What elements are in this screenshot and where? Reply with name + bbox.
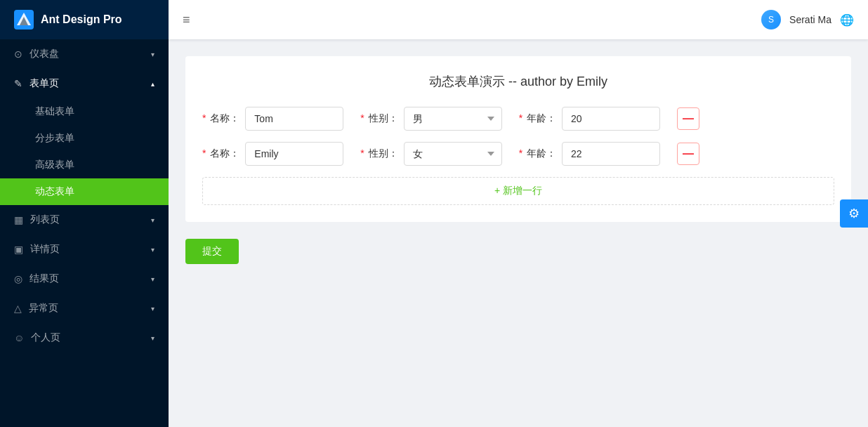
form-row-1: * 名称： * 性别： 男 女 — [202, 107, 834, 131]
sidebar-item-list[interactable]: ▦ 列表页 ▾ — [0, 205, 169, 235]
required-star-gender-1: * — [360, 112, 364, 124]
sidebar-item-dynamic-form[interactable]: 动态表单 — [0, 178, 169, 205]
name-input-2[interactable] — [245, 142, 343, 166]
gender-select-2[interactable]: 男 女 — [404, 142, 502, 166]
required-star-gender-2: * — [360, 147, 364, 159]
sidebar-label-result: 结果页 — [29, 272, 59, 285]
add-row-button[interactable]: + 新增一行 — [202, 177, 834, 205]
sidebar: Ant Design Pro ⊙ 仪表盘 ▾ ✎ 表单页 ▴ 基础表单 分步表单… — [0, 0, 169, 427]
sidebar-label-profile: 个人页 — [31, 331, 60, 344]
required-star-name-2: * — [202, 147, 206, 159]
gender-label-2: * 性别： — [360, 147, 397, 160]
form-card: 动态表单演示 -- author by Emily * 名称： * 性别： — [185, 56, 851, 222]
age-field-2: * 年龄： — [519, 142, 660, 166]
sidebar-item-advanced-form[interactable]: 高级表单 — [0, 152, 169, 178]
header: ≡ S Serati Ma 🌐 — [169, 0, 868, 39]
list-icon: ▦ — [14, 214, 23, 225]
dashboard-icon: ⊙ — [14, 48, 22, 60]
header-right: S Serati Ma 🌐 — [761, 10, 854, 29]
age-label-1: * 年龄： — [519, 112, 556, 125]
exception-icon: △ — [14, 303, 22, 314]
sidebar-item-exception[interactable]: △ 异常页 ▾ — [0, 294, 169, 323]
sidebar-label-list: 列表页 — [30, 214, 60, 226]
sidebar-item-basic-form[interactable]: 基础表单 — [0, 98, 169, 125]
chevron-up-icon: ▴ — [151, 80, 154, 88]
age-field-1: * 年龄： — [519, 107, 660, 131]
required-star-name-1: * — [202, 112, 206, 124]
main-content: ≡ S Serati Ma 🌐 动态表单演示 -- author by Emil… — [169, 0, 868, 427]
sidebar-label-exception: 异常页 — [29, 302, 58, 315]
avatar-initials: S — [768, 15, 774, 25]
settings-fab-button[interactable]: ⚙ — [840, 199, 868, 228]
chevron-down-icon-profile: ▾ — [151, 334, 154, 342]
name-field-1: * 名称： — [202, 107, 343, 131]
gender-field-2: * 性别： 男 女 — [360, 142, 501, 166]
name-label-1: * 名称： — [202, 112, 239, 125]
detail-icon: ▣ — [14, 244, 23, 255]
avatar: S — [761, 10, 781, 29]
age-label-2: * 年龄： — [519, 147, 556, 160]
chevron-down-icon-exception: ▾ — [151, 305, 154, 313]
sidebar-item-forms[interactable]: ✎ 表单页 ▴ — [0, 69, 169, 98]
header-left: ≡ — [183, 13, 190, 27]
name-field-2: * 名称： — [202, 142, 343, 166]
sidebar-label-detail: 详情页 — [30, 243, 60, 256]
forms-icon: ✎ — [14, 78, 22, 89]
name-label-2: * 名称： — [202, 147, 239, 160]
gear-icon: ⚙ — [848, 206, 860, 221]
sidebar-item-profile[interactable]: ☺ 个人页 ▾ — [0, 323, 169, 353]
profile-icon: ☺ — [14, 332, 24, 343]
chevron-down-icon-list: ▾ — [151, 216, 154, 224]
sidebar-item-dashboard[interactable]: ⊙ 仪表盘 ▾ — [0, 39, 169, 69]
delete-row-2-button[interactable]: — — [677, 143, 699, 165]
required-star-age-2: * — [519, 147, 522, 159]
app-logo-icon — [14, 10, 34, 29]
chevron-down-icon-detail: ▾ — [151, 246, 154, 254]
sidebar-label-forms: 表单页 — [29, 77, 59, 90]
gender-field-1: * 性别： 男 女 — [360, 107, 501, 131]
result-icon: ◎ — [14, 273, 22, 284]
gender-label-1: * 性别： — [360, 112, 397, 125]
menu-toggle-button[interactable]: ≡ — [183, 13, 190, 27]
sidebar-logo: Ant Design Pro — [0, 0, 169, 39]
form-row-2: * 名称： * 性别： 男 女 — [202, 142, 834, 166]
sidebar-item-result[interactable]: ◎ 结果页 ▾ — [0, 264, 169, 294]
submit-button[interactable]: 提交 — [185, 239, 239, 264]
delete-row-1-button[interactable]: — — [677, 107, 699, 130]
page-content: 动态表单演示 -- author by Emily * 名称： * 性别： — [169, 39, 868, 427]
name-input-1[interactable] — [245, 107, 343, 131]
gender-select-1[interactable]: 男 女 — [404, 107, 502, 131]
app-title: Ant Design Pro — [41, 13, 122, 26]
required-star-age-1: * — [519, 112, 522, 124]
age-input-1[interactable] — [562, 107, 660, 131]
globe-icon[interactable]: 🌐 — [840, 13, 854, 27]
sidebar-item-detail[interactable]: ▣ 详情页 ▾ — [0, 235, 169, 264]
sidebar-item-step-form[interactable]: 分步表单 — [0, 125, 169, 152]
age-input-2[interactable] — [562, 142, 660, 166]
chevron-down-icon: ▾ — [151, 51, 154, 58]
page-title: 动态表单演示 -- author by Emily — [202, 73, 834, 90]
user-name: Serati Ma — [789, 14, 831, 25]
sidebar-label-dashboard: 仪表盘 — [29, 48, 59, 60]
chevron-down-icon-result: ▾ — [151, 275, 154, 283]
